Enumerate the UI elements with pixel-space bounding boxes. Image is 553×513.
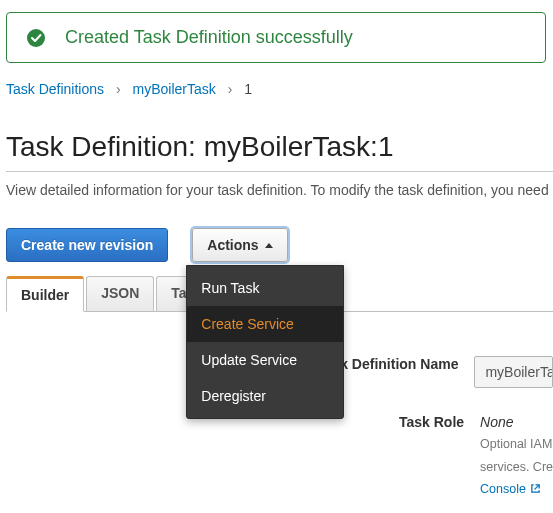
button-label: Create new revision [21,237,153,253]
task-role-help-2: services. Cre [480,459,553,476]
breadcrumb: Task Definitions › myBoilerTask › 1 [6,81,553,97]
console-link[interactable]: Console [480,482,553,496]
task-def-name-field: myBoilerTa [474,356,553,388]
title-divider [6,171,553,172]
page-title: Task Definition: myBoilerTask:1 [6,131,553,163]
breadcrumb-root[interactable]: Task Definitions [6,81,104,97]
task-role-value: None [480,414,553,430]
dropdown-item-create-service[interactable]: Create Service [187,306,343,342]
task-role-help-1: Optional IAM [480,436,553,453]
dropdown-item-run-task[interactable]: Run Task [187,270,343,306]
actions-dropdown: Run Task Create Service Update Service D… [186,265,344,419]
dropdown-item-deregister[interactable]: Deregister [187,378,343,414]
page-subtitle: View detailed information for your task … [6,182,553,198]
check-circle-icon [27,29,45,47]
detail-row-task-role: Task Role None Optional IAM services. Cr… [6,414,553,496]
chevron-right-icon: › [116,81,121,97]
actions-button[interactable]: Actions [192,228,287,262]
task-role-value-stack: None Optional IAM services. Cre Console [480,414,553,496]
breadcrumb-task[interactable]: myBoilerTask [133,81,216,97]
alert-success: Created Task Definition successfully [6,12,546,63]
external-link-icon [530,483,541,494]
button-row: Create new revision Actions Run Task Cre… [6,228,553,262]
chevron-right-icon: › [228,81,233,97]
dropdown-item-update-service[interactable]: Update Service [187,342,343,378]
tab-builder[interactable]: Builder [6,276,84,312]
button-label: Actions [207,237,258,253]
actions-wrapper: Actions Run Task Create Service Update S… [192,228,287,262]
svg-point-0 [27,29,45,47]
alert-message: Created Task Definition successfully [65,27,353,48]
create-new-revision-button[interactable]: Create new revision [6,228,168,262]
breadcrumb-revision: 1 [244,81,252,97]
tab-json[interactable]: JSON [86,276,154,312]
link-text: Console [480,482,526,496]
caret-up-icon [265,243,273,248]
